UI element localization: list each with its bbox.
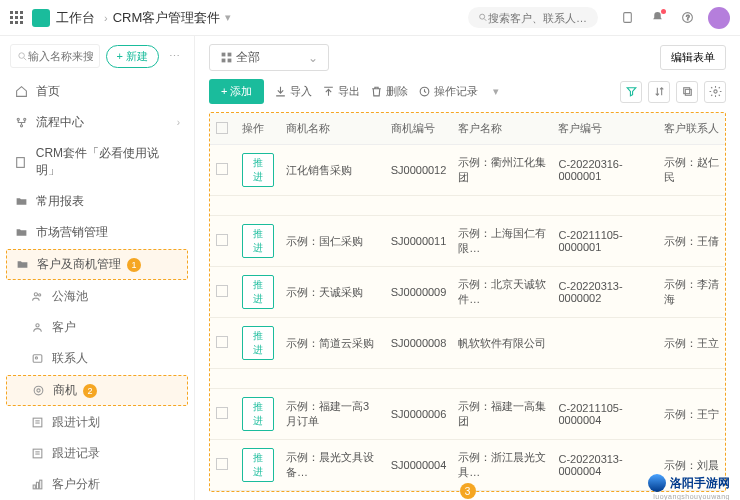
svg-rect-33 (228, 59, 232, 63)
cell-cust-name: 示例：上海国仁有限… (452, 216, 552, 267)
nav-crm-kit[interactable]: CRM套件「必看使用说明」 (0, 138, 194, 186)
svg-point-13 (35, 324, 38, 327)
export-button[interactable]: 导出 (322, 84, 360, 99)
import-button[interactable]: 导入 (274, 84, 312, 99)
add-button[interactable]: + 添加 (209, 79, 264, 104)
badge-3: 3 (460, 483, 476, 499)
apps-grid-icon[interactable] (10, 11, 24, 25)
cell-opp-name: 示例：简道云采购 (280, 318, 385, 369)
svg-rect-36 (683, 88, 689, 94)
settings-button[interactable] (704, 81, 726, 103)
chevron-down-icon[interactable]: ▾ (225, 11, 231, 24)
push-button[interactable]: 推进 (242, 448, 274, 482)
row-checkbox[interactable] (216, 336, 228, 348)
checkbox-all[interactable] (216, 122, 228, 134)
app-logo (32, 9, 50, 27)
list-icon (30, 447, 44, 460)
svg-point-8 (23, 118, 25, 120)
push-button[interactable]: 推进 (242, 224, 274, 258)
nav-opportunity[interactable]: 商机2 (6, 375, 188, 406)
target-icon (31, 384, 45, 397)
folder-icon (14, 226, 28, 239)
global-search[interactable] (468, 7, 598, 28)
row-checkbox[interactable] (216, 458, 228, 470)
cell-contact: 示例：李清海 (658, 267, 725, 318)
nav-common-report[interactable]: 常用报表 (0, 186, 194, 217)
cell-opp-name: 江化销售采购 (280, 145, 385, 196)
cell-cust-name: 示例：福建一高集团 (452, 389, 552, 440)
filter-button[interactable] (620, 81, 642, 103)
table-row[interactable]: 推进 示例：天诚采购 SJ0000009 示例：北京天诚软件… C-202203… (210, 267, 725, 318)
cell-cust-no: C-20211105-0000004 (552, 389, 657, 440)
notebook-icon[interactable] (616, 7, 638, 29)
nav-flow-center[interactable]: 流程中心› (0, 107, 194, 138)
list-icon (30, 416, 44, 429)
row-checkbox[interactable] (216, 163, 228, 175)
table-row[interactable]: 推进 江化销售采购 SJ0000012 示例：衢州江化集团 C-20220316… (210, 145, 725, 196)
col-contact[interactable]: 客户联系人 (658, 113, 725, 145)
svg-point-5 (19, 52, 25, 58)
grid-icon (220, 51, 233, 64)
push-button[interactable]: 推进 (242, 275, 274, 309)
sort-button[interactable] (648, 81, 670, 103)
svg-point-15 (35, 357, 37, 359)
cell-cust-name: 示例：衢州江化集团 (452, 145, 552, 196)
edit-form-button[interactable]: 编辑表单 (660, 45, 726, 70)
svg-point-37 (713, 90, 716, 93)
table-row[interactable]: 推进 示例：国仁采购 SJ0000011 示例：上海国仁有限… C-202111… (210, 216, 725, 267)
svg-point-12 (38, 294, 40, 296)
push-button[interactable]: 推进 (242, 326, 274, 360)
more-icon[interactable]: ⋯ (165, 50, 184, 63)
cell-opp-no: SJ0000012 (385, 145, 453, 196)
new-button[interactable]: + 新建 (106, 45, 159, 68)
nav-follow-record[interactable]: 跟进记录 (0, 438, 194, 469)
bell-icon[interactable] (646, 7, 668, 29)
nav-cust-opportunity-mgmt[interactable]: 客户及商机管理1 (6, 249, 188, 280)
chart-icon (30, 478, 44, 491)
copy-button[interactable] (676, 81, 698, 103)
chevron-down-icon: ⌄ (308, 51, 318, 65)
nav-marketing[interactable]: 市场营销管理 (0, 217, 194, 248)
oplog-button[interactable]: 操作记录 ▾ (418, 84, 503, 99)
cell-opp-name: 示例：国仁采购 (280, 216, 385, 267)
nav-pool[interactable]: 公海池 (0, 281, 194, 312)
workspace-label[interactable]: 工作台 (56, 9, 95, 27)
cell-opp-no: SJ0000009 (385, 267, 453, 318)
sidebar-search[interactable] (10, 44, 100, 68)
sort-icon (653, 85, 666, 98)
svg-rect-25 (36, 482, 38, 489)
row-checkbox[interactable] (216, 407, 228, 419)
push-button[interactable]: 推进 (242, 397, 274, 431)
home-icon (14, 85, 28, 98)
chevron-right-icon: › (177, 117, 180, 128)
col-opp-name[interactable]: 商机名称 (280, 113, 385, 145)
help-icon[interactable]: ? (676, 7, 698, 29)
row-checkbox[interactable] (216, 234, 228, 246)
col-opp-no[interactable]: 商机编号 (385, 113, 453, 145)
col-cust-name[interactable]: 客户名称 (452, 113, 552, 145)
sidebar-search-input[interactable] (28, 50, 92, 62)
history-icon (418, 85, 431, 98)
svg-rect-30 (222, 53, 226, 57)
table-row[interactable]: 推进 示例：福建一高3月订单 SJ0000006 示例：福建一高集团 C-202… (210, 389, 725, 440)
suite-title[interactable]: CRM客户管理套件 (113, 9, 221, 27)
cell-contact: 示例：王立 (658, 318, 725, 369)
svg-rect-35 (685, 89, 691, 95)
global-search-input[interactable] (488, 12, 588, 24)
nav-contact[interactable]: 联系人 (0, 343, 194, 374)
row-checkbox[interactable] (216, 285, 228, 297)
svg-rect-24 (33, 485, 35, 489)
nav-follow-plan[interactable]: 跟进计划 (0, 407, 194, 438)
nav-customer[interactable]: 客户 (0, 312, 194, 343)
table-row[interactable]: 推进 示例：简道云采购 SJ0000008 帆软软件有限公司 示例：王立 (210, 318, 725, 369)
delete-button[interactable]: 删除 (370, 84, 408, 99)
cell-cust-name: 示例：北京天诚软件… (452, 267, 552, 318)
nav-cust-analysis[interactable]: 客户分析 (0, 469, 194, 500)
nav-home[interactable]: 首页 (0, 76, 194, 107)
svg-point-0 (480, 14, 485, 19)
view-dropdown[interactable]: 全部⌄ (209, 44, 329, 71)
svg-point-11 (34, 293, 37, 296)
push-button[interactable]: 推进 (242, 153, 274, 187)
col-cust-no[interactable]: 客户编号 (552, 113, 657, 145)
user-avatar[interactable] (708, 7, 730, 29)
